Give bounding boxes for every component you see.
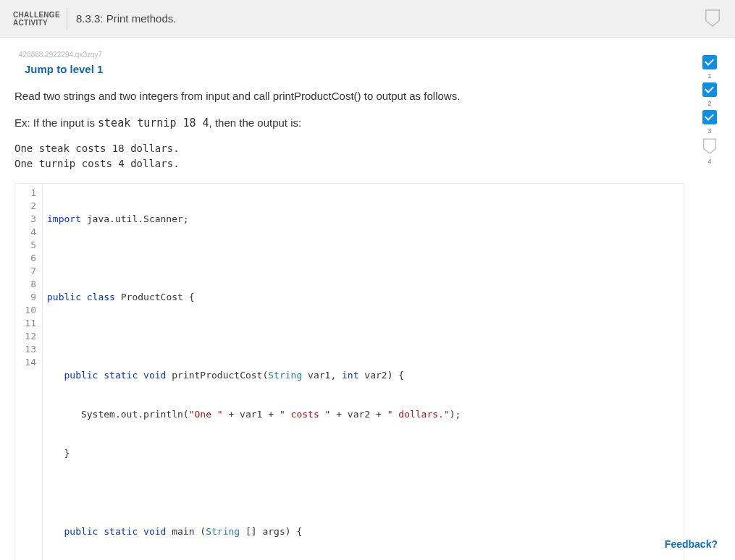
editor-code-area[interactable]: import java.util.Scanner; public class P… xyxy=(43,184,684,560)
check-icon xyxy=(702,55,717,69)
side-step-2[interactable]: 2 xyxy=(702,82,717,107)
side-progress-column: 1 2 3 4 xyxy=(699,51,721,560)
activity-hash: 428888.2922294.qx3zqy7 xyxy=(19,51,684,59)
side-step-4[interactable]: 4 xyxy=(702,137,717,165)
prompt-2-code: steak turnip 18 4 xyxy=(98,116,209,130)
example-output: One steak costs 18 dollars. One turnip c… xyxy=(14,141,684,171)
code-class-name: ProductCost { xyxy=(115,292,195,302)
feedback-link[interactable]: Feedback? xyxy=(665,538,718,550)
side-step-num-3: 3 xyxy=(707,127,711,135)
code-kw-class: class xyxy=(87,292,115,302)
shield-icon xyxy=(702,137,717,155)
side-step-num-1: 1 xyxy=(707,72,711,80)
prompt-2-pre: Ex: If the input is xyxy=(14,116,98,129)
editor-gutter: 1234567891011121314 xyxy=(15,184,43,560)
progress-shield-icon xyxy=(705,9,721,30)
side-step-3[interactable]: 3 xyxy=(702,110,717,135)
prompt-line-1: Read two strings and two integers from i… xyxy=(14,88,684,105)
prompt-2-post: , then the output is: xyxy=(209,116,302,129)
check-icon xyxy=(702,82,717,97)
side-step-num-4: 4 xyxy=(707,158,711,165)
challenge-label-1: CHALLENGE xyxy=(13,11,60,19)
check-icon xyxy=(702,110,717,124)
side-step-1[interactable]: 1 xyxy=(702,55,717,80)
challenge-label-2: ACTIVITY xyxy=(13,19,48,27)
activity-title: 8.3.3: Print methods. xyxy=(76,12,176,25)
activity-header: CHALLENGE ACTIVITY 8.3.3: Print methods. xyxy=(0,0,735,38)
header-divider xyxy=(67,8,67,30)
challenge-activity-label: CHALLENGE ACTIVITY xyxy=(13,11,64,27)
code-editor[interactable]: 1234567891011121314 import java.util.Sca… xyxy=(14,183,684,560)
prompt-line-2: Ex: If the input is steak turnip 18 4, t… xyxy=(14,115,684,132)
code-kw-import: import xyxy=(47,213,81,224)
jump-to-level-link[interactable]: Jump to level 1 xyxy=(25,63,103,75)
side-step-num-2: 2 xyxy=(707,100,711,107)
code-kw-public-1: public xyxy=(47,292,81,302)
code-l1-rest: java.util.Scanner; xyxy=(81,213,189,224)
